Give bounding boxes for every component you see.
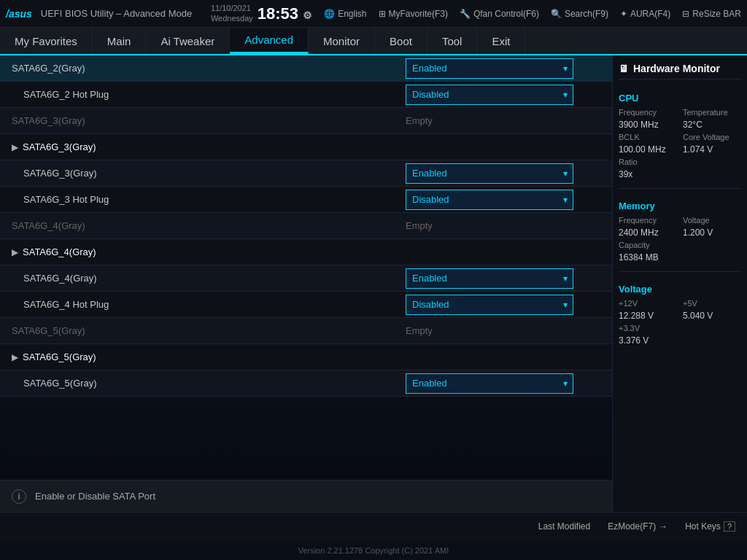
setting-row-sata6g4[interactable]: SATA6G_4(Gray) Enabled Disabled — [0, 265, 612, 292]
setting-row-sata6g4-hotplug[interactable]: SATA6G_4 Hot Plug Disabled Enabled — [0, 292, 612, 318]
nav-item-boot[interactable]: Boot — [375, 28, 427, 54]
sata6g4-hotplug-wrapper[interactable]: Disabled Enabled — [406, 295, 573, 315]
sata6g5-wrapper[interactable]: Enabled Disabled — [406, 373, 573, 394]
sata6g4-hotplug-select[interactable]: Disabled Enabled — [406, 295, 573, 315]
setting-row-sata6g5-empty: SATA6G_5(Gray) Empty — [0, 318, 612, 344]
info-bar: i Enable or Disable SATA Port — [0, 480, 612, 512]
sata6g5-select[interactable]: Enabled Disabled — [406, 373, 573, 394]
sata6g2-hotplug-wrapper[interactable]: Disabled Enabled — [406, 85, 573, 105]
v5-label: +5V — [683, 299, 741, 308]
setting-label-sata6g4-empty: SATA6G_4(Gray) — [12, 220, 406, 231]
toolbar-search[interactable]: 🔍 Search(F9) — [551, 9, 608, 19]
mem-capacity-value: 16384 MB — [619, 252, 677, 262]
memory-section-title: Memory — [619, 201, 741, 211]
resize-icon: ⊟ — [682, 9, 689, 19]
setting-label-sata6g3: SATA6G_3(Gray) — [12, 168, 406, 179]
cpu-temperature-label: Temperature — [683, 108, 741, 117]
sata6g3-wrapper[interactable]: Enabled Disabled — [406, 163, 573, 184]
voltage-grid: +12V +5V 12.288 V 5.040 V +3.3V 3.376 V — [619, 299, 741, 346]
cpu-core-voltage-label: Core Voltage — [683, 133, 741, 141]
toolbar-myfavorite[interactable]: ⊞ MyFavorite(F3) — [379, 9, 448, 19]
time-display: 18:53 ⚙ — [258, 4, 312, 23]
setting-value-sata6g2-hotplug: Disabled Enabled — [406, 85, 600, 105]
settings-gear-icon[interactable]: ⚙ — [303, 9, 312, 21]
hw-monitor-title: 🖥 Hardware Monitor — [619, 61, 741, 79]
setting-row-sata6g2-hotplug[interactable]: SATA6G_2 Hot Plug Disabled Enabled — [0, 82, 612, 108]
aura-icon: ✦ — [620, 9, 627, 19]
setting-value-sata6g3-empty: Empty — [406, 115, 600, 126]
sata6g2-hotplug-select[interactable]: Disabled Enabled — [406, 85, 573, 105]
setting-row-sata6g2[interactable]: SATA6G_2(Gray) Enabled Disabled — [0, 55, 612, 82]
main-wrapper: /asus UEFI BIOS Utility – Advanced Mode … — [0, 0, 747, 560]
sata6g3-select[interactable]: Enabled Disabled — [406, 163, 573, 184]
date-display: 11/10/2021 Wednesday — [211, 4, 253, 23]
expand-arrow-sata6g5: ▶ — [12, 352, 18, 362]
nav-item-tool[interactable]: Tool — [427, 28, 478, 54]
setting-row-sata6g5-expand[interactable]: ▶ SATA6G_5(Gray) — [0, 344, 612, 370]
ez-mode-arrow-icon: → — [659, 521, 667, 532]
cpu-grid: Frequency Temperature 3900 MHz 32°C BCLK… — [619, 108, 741, 179]
toolbar-language[interactable]: 🌐 English — [324, 9, 366, 19]
setting-value-sata6g3-hotplug: Disabled Enabled — [406, 190, 600, 210]
expand-arrow-sata6g4: ▶ — [12, 247, 18, 257]
fan-icon: 🔧 — [460, 9, 471, 19]
nav-item-ai-tweaker[interactable]: Ai Tweaker — [146, 28, 230, 54]
expand-arrow-sata6g3: ▶ — [12, 142, 18, 152]
sata6g4-select[interactable]: Enabled Disabled — [406, 268, 573, 289]
sata6g3-hotplug-wrapper[interactable]: Disabled Enabled — [406, 190, 573, 210]
setting-label-sata6g5: SATA6G_5(Gray) — [12, 378, 406, 389]
mem-capacity-label: Capacity — [619, 241, 677, 249]
setting-row-sata6g3[interactable]: SATA6G_3(Gray) Enabled Disabled — [0, 160, 612, 187]
asus-logo: /asus — [6, 8, 32, 20]
toolbar-resizebar[interactable]: ⊟ ReSize BAR — [682, 9, 741, 19]
setting-row-sata6g4-empty: SATA6G_4(Gray) Empty — [0, 213, 612, 239]
sata6g2-select[interactable]: Enabled Disabled — [406, 58, 573, 79]
v33-value: 3.376 V — [619, 335, 677, 346]
v12-label: +12V — [619, 299, 677, 308]
setting-value-sata6g3: Enabled Disabled — [406, 163, 600, 184]
mem-voltage-label: Voltage — [683, 216, 741, 225]
toolbar-aura[interactable]: ✦ AURA(F4) — [620, 9, 670, 19]
cpu-temperature-value: 32°C — [683, 120, 741, 130]
star-icon: ⊞ — [379, 9, 386, 19]
nav-item-main[interactable]: Main — [93, 28, 147, 54]
setting-row-sata6g3-hotplug[interactable]: SATA6G_3 Hot Plug Disabled Enabled — [0, 187, 612, 213]
v5-value: 5.040 V — [683, 311, 741, 321]
setting-row-sata6g3-empty: SATA6G_3(Gray) Empty — [0, 108, 612, 134]
setting-row-sata6g5[interactable]: SATA6G_5(Gray) Enabled Disabled — [0, 370, 612, 397]
setting-label-sata6g3-expand: ▶ SATA6G_3(Gray) — [12, 141, 406, 152]
setting-label-sata6g4: SATA6G_4(Gray) — [12, 273, 406, 284]
nav-item-exit[interactable]: Exit — [477, 28, 525, 54]
mem-frequency-label: Frequency — [619, 216, 677, 225]
setting-label-sata6g2-hotplug: SATA6G_2 Hot Plug — [12, 89, 406, 100]
asus-logo-icon: /asus — [6, 8, 32, 20]
bios-title: UEFI BIOS Utility – Advanced Mode — [41, 8, 192, 19]
setting-label-sata6g3-empty: SATA6G_3(Gray) — [12, 115, 406, 126]
setting-label-sata6g5-expand: ▶ SATA6G_5(Gray) — [12, 351, 406, 362]
nav-item-advanced[interactable]: Advanced — [230, 28, 309, 54]
sata6g4-wrapper[interactable]: Enabled Disabled — [406, 268, 573, 289]
version-bar: Version 2.21.1278 Copyright (C) 2021 AMI — [0, 540, 747, 560]
setting-row-sata6g3-expand[interactable]: ▶ SATA6G_3(Gray) — [0, 134, 612, 160]
sata6g3-hotplug-select[interactable]: Disabled Enabled — [406, 190, 573, 210]
monitor-icon: 🖥 — [619, 63, 629, 74]
top-bar: /asus UEFI BIOS Utility – Advanced Mode … — [0, 0, 747, 28]
setting-label-sata6g4-expand: ▶ SATA6G_4(Gray) — [12, 246, 406, 257]
cpu-ratio-value: 39x — [619, 169, 677, 179]
toolbar-qfan[interactable]: 🔧 Qfan Control(F6) — [460, 9, 539, 19]
cpu-bclk-label: BCLK — [619, 133, 677, 141]
setting-label-sata6g5-empty: SATA6G_5(Gray) — [12, 325, 406, 336]
setting-value-sata6g4-hotplug: Disabled Enabled — [406, 295, 600, 315]
nav-bar: My Favorites Main Ai Tweaker Advanced Mo… — [0, 28, 747, 55]
nav-item-my-favorites[interactable]: My Favorites — [0, 28, 93, 54]
last-modified-btn[interactable]: Last Modified — [538, 521, 590, 532]
setting-row-sata6g4-expand[interactable]: ▶ SATA6G_4(Gray) — [0, 239, 612, 265]
cpu-frequency-value: 3900 MHz — [619, 120, 677, 130]
memory-divider — [619, 271, 741, 272]
info-icon: i — [12, 489, 26, 504]
hot-keys-btn[interactable]: Hot Keys ? — [685, 521, 735, 532]
ez-mode-btn[interactable]: EzMode(F7) → — [608, 521, 667, 532]
sata6g2-dropdown-wrapper[interactable]: Enabled Disabled — [406, 58, 573, 79]
nav-item-monitor[interactable]: Monitor — [309, 28, 375, 54]
setting-label-sata6g3-hotplug: SATA6G_3 Hot Plug — [12, 194, 406, 205]
